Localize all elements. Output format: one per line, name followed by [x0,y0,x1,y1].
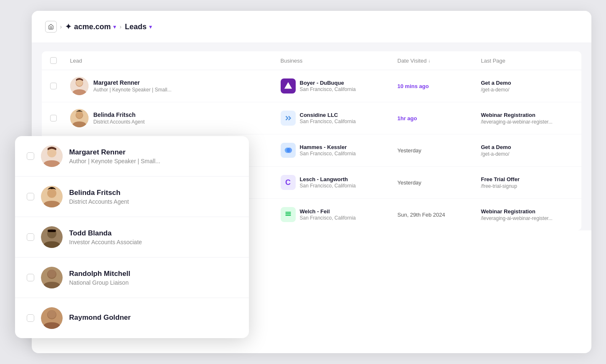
svg-point-11 [287,148,292,153]
leads-breadcrumb[interactable]: Leads ▾ [125,23,152,31]
business-location: San Francisco, California [300,119,356,124]
panel-row[interactable]: Margaret Renner Author | Keynote Speaker… [15,136,249,177]
panel-lead-title: Investor Accounts Associate [69,239,142,245]
header-checkbox-cell [50,57,70,64]
sort-icon: ↓ [428,58,431,63]
panel-checkbox[interactable] [27,152,34,160]
panel-avatar [41,186,63,207]
business-location: San Francisco, California [300,86,356,92]
business-cell: C Lesch - Langworth San Francisco, Calif… [281,175,398,190]
business-info: Welch - Feil San Francisco, California [300,208,356,221]
leads-chevron-icon[interactable]: ▾ [149,23,152,30]
last-page-cell: Free Trial Offer /free-trial-signup [481,176,573,189]
avatar [70,77,89,95]
panel-lead-name: Todd Blanda [69,229,142,238]
table-header: Lead Business Date Visited ↓ Last Page [42,51,581,70]
company-breadcrumb[interactable]: ✦ acme.com ▾ [65,22,116,31]
panel-avatar [41,145,63,167]
business-name: Considine LLC [300,112,356,118]
breadcrumb-bar: › ✦ acme.com ▾ › Leads ▾ [32,11,591,43]
business-name: Lesch - Langworth [300,176,356,182]
company-chevron-icon[interactable]: ▾ [113,23,116,30]
col-date-visited[interactable]: Date Visited ↓ [398,58,481,64]
date-visited: 1hr ago [398,115,481,121]
floating-panel: Margaret Renner Author | Keynote Speaker… [15,136,249,338]
page-url: /get-a-demo/ [481,87,573,93]
date-visited: Sun, 29th Feb 2024 [398,212,481,218]
business-logo [281,111,296,126]
svg-point-5 [76,111,83,118]
date-visited: 10 mins ago [398,83,481,89]
business-info: Boyer - DuBuque San Francisco, Californi… [300,80,356,92]
business-info: Lesch - Langworth San Francisco, Califor… [300,176,356,189]
page-url: /free-trial-signup [481,183,573,189]
business-cell: Considine LLC San Francisco, California [281,111,398,126]
panel-avatar [41,267,63,288]
separator-2: › [119,23,122,30]
page-url: /leveraging-ai-webinar-register... [481,215,573,221]
lead-info: Margaret Renner Author | Keynote Speaker… [94,79,172,93]
table-row[interactable]: Margaret Renner Author | Keynote Speaker… [42,70,581,102]
panel-row[interactable]: Raymond Goldner [15,298,249,338]
col-last-page: Last Page [481,58,573,64]
page-wrapper: › ✦ acme.com ▾ › Leads ▾ Le [15,11,591,353]
business-location: San Francisco, California [300,151,356,157]
business-logo [281,143,296,158]
page-label: Get a Demo [481,144,573,150]
last-page-cell: Webinar Registration /leveraging-ai-webi… [481,208,573,221]
panel-lead-info: Raymond Goldner [69,313,131,323]
business-logo: C [281,175,296,190]
date-visited: Yesterday [398,179,481,186]
lead-name: Belinda Fritsch [94,111,145,118]
page-url: /leveraging-ai-webinar-register... [481,119,573,125]
svg-point-33 [48,310,56,318]
panel-lead-title: Author | Keynote Speaker | Small... [69,158,160,164]
panel-row[interactable]: Todd Blanda Investor Accounts Associate [15,217,249,258]
panel-row[interactable]: Belinda Fritsch District Accounts Agent [15,177,249,217]
panel-checkbox[interactable] [27,274,34,281]
svg-point-24 [47,189,56,198]
panel-lead-title: District Accounts Agent [69,198,129,205]
panel-checkbox[interactable] [27,193,34,200]
panel-avatar [41,226,63,248]
svg-point-30 [48,270,56,278]
business-name: Hammes - Kessler [300,144,356,150]
business-logo [281,78,296,94]
lead-info: Belinda Fritsch District Accounts Agent [94,111,145,125]
panel-lead-name: Randolph Mitchell [69,270,130,278]
panel-avatar [41,307,63,329]
date-visited: Yesterday [398,147,481,154]
home-button[interactable] [45,21,57,33]
col-business: Business [281,58,398,64]
page-label: Webinar Registration [481,208,573,215]
lead-cell: Margaret Renner Author | Keynote Speaker… [70,77,281,95]
table-row[interactable]: Belinda Fritsch District Accounts Agent [42,102,581,134]
row-checkbox[interactable] [50,115,57,121]
lead-name: Margaret Renner [94,79,172,86]
business-cell: Welch - Feil San Francisco, California [281,207,398,222]
panel-lead-name: Belinda Fritsch [69,189,129,197]
panel-lead-name: Margaret Renner [69,148,160,157]
panel-row[interactable]: Randolph Mitchell National Group Liaison [15,258,249,298]
panel-lead-info: Margaret Renner Author | Keynote Speaker… [69,148,160,164]
page-label: Webinar Registration [481,112,573,118]
last-page-cell: Get a Demo /get-a-demo/ [481,80,573,93]
panel-lead-name: Raymond Goldner [69,313,131,322]
lead-cell: Belinda Fritsch District Accounts Agent [70,109,281,127]
business-info: Hammes - Kessler San Francisco, Californ… [300,144,356,157]
select-all-checkbox[interactable] [50,57,57,64]
company-star-icon: ✦ [65,22,71,31]
panel-checkbox[interactable] [27,314,34,322]
separator-1: › [60,23,62,30]
row-checkbox-cell [50,83,70,89]
lead-title: Author | Keynote Speaker | Small... [94,87,172,93]
panel-checkbox[interactable] [27,233,34,241]
business-cell: Hammes - Kessler San Francisco, Californ… [281,143,398,158]
business-info: Considine LLC San Francisco, California [300,112,356,124]
row-checkbox[interactable] [50,83,57,89]
last-page-cell: Webinar Registration /leveraging-ai-webi… [481,112,573,125]
panel-lead-info: Belinda Fritsch District Accounts Agent [69,189,129,205]
page-url: /get-a-demo/ [481,151,573,157]
page-label: Free Trial Offer [481,176,573,182]
panel-lead-info: Randolph Mitchell National Group Liaison [69,270,130,286]
